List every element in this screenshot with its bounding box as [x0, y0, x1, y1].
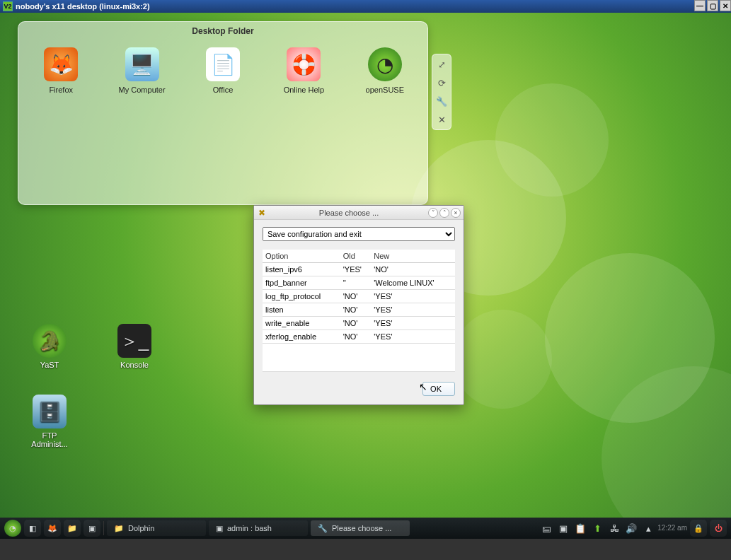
yast-icon: 🐊 [33, 324, 67, 358]
launcher-terminal[interactable]: ▣ [84, 520, 100, 537]
wrench-icon: ✖ [257, 208, 267, 218]
tray-device-icon[interactable]: 🖴 [540, 522, 553, 535]
task-label: admin : bash [227, 524, 272, 532]
table-row[interactable]: log_ftp_protocol'NO''YES' [263, 290, 455, 303]
clock-time: 12:22 am [657, 525, 687, 532]
dialog-min-button[interactable]: ˅ [428, 208, 438, 218]
settings-icon[interactable]: 🔧 [436, 95, 447, 107]
dolphin-icon: 📁 [114, 524, 124, 533]
action-select[interactable]: Save configuration and exit [263, 227, 455, 241]
table-row[interactable]: ftpd_banner'''Welcome LINUX' [263, 276, 455, 290]
ok-label: OK [430, 385, 442, 393]
vnc-title: nobody's x11 desktop (linux-mi3x:2) [16, 2, 150, 11]
tray-update-icon[interactable]: ⬆ [591, 522, 604, 535]
dialog-close-button[interactable]: × [451, 208, 461, 218]
tray-terminal-icon[interactable]: ▣ [557, 522, 570, 535]
icon-label: Online Help [284, 86, 324, 94]
desktop-icon-konsole[interactable]: ＞_ Konsole [110, 324, 159, 369]
office-icon: 📄 [206, 47, 240, 81]
table-row[interactable]: write_enable'NO''YES' [263, 317, 455, 330]
rotate-icon[interactable]: ⟳ [436, 77, 447, 88]
icon-label: Konsole [120, 361, 149, 369]
close-widget-icon[interactable]: ✕ [436, 114, 447, 125]
app-icon-onlinehelp[interactable]: 🛟 Online Help [277, 47, 330, 94]
config-changes-table: Option Old New listen_ipv6'YES''NO' ftpd… [263, 250, 455, 372]
tray-clipboard-icon[interactable]: 📋 [574, 522, 587, 535]
desktop-icon-yast[interactable]: 🐊 YaST [25, 324, 74, 369]
col-new[interactable]: New [371, 250, 455, 263]
system-tray: 🖴 ▣ 📋 ⬆ 🖧 🔊 ▴ [540, 522, 655, 535]
table-row[interactable]: xferlog_enable'NO''YES' [263, 330, 455, 344]
task-please-choose[interactable]: 🔧 Please choose ... [311, 520, 410, 536]
resize-handle-icon[interactable]: ⤢ [436, 59, 447, 70]
kde-desktop[interactable]: Desktop Folder 🦊 Firefox 🖥️ My Computer … [0, 13, 731, 539]
icon-label: Office [213, 86, 234, 94]
col-old[interactable]: Old [340, 250, 372, 263]
dialog-max-button[interactable]: ˄ [439, 208, 449, 218]
icon-label: Firefox [49, 86, 73, 94]
please-choose-dialog: ✖ Please choose ... ˅ ˄ × Save configura… [253, 205, 464, 405]
vnc-maximize-button[interactable]: ▢ [707, 0, 718, 11]
cursor-icon: ↖ [419, 381, 427, 392]
vnc-titlebar: V2 nobody's x11 desktop (linux-mi3x:2) —… [0, 0, 731, 13]
icon-label: FTP Administ... [31, 431, 67, 448]
kickoff-launcher[interactable]: ◔ [4, 520, 21, 537]
table-row[interactable]: listen'NO''YES' [263, 303, 455, 317]
dialog-title: Please choose ... [270, 209, 428, 217]
table-empty-area [263, 344, 455, 372]
vnc-logo-icon: V2 [3, 1, 13, 11]
launcher-dolphin[interactable]: 📁 [64, 520, 81, 537]
app-icon-office[interactable]: 📄 Office [196, 47, 250, 94]
icon-label: openSUSE [366, 86, 404, 94]
app-icon-firefox[interactable]: 🦊 Firefox [34, 47, 88, 94]
opensuse-icon: ◔ [368, 47, 402, 81]
tray-expand-icon[interactable]: ▴ [642, 522, 655, 535]
bokeh-circle [495, 83, 609, 197]
vnc-close-button[interactable]: ✕ [720, 0, 731, 11]
desktop-icon-ftp-admin[interactable]: 🗄️ FTP Administ... [25, 395, 74, 448]
task-label: Please choose ... [332, 524, 391, 532]
icon-label: YaST [40, 361, 59, 369]
kde-panel: ◔ ◧ 🦊 📁 ▣ 📁 Dolphin ▣ admin : bash 🔧 Ple… [0, 518, 731, 539]
ftp-admin-icon: 🗄️ [33, 395, 67, 428]
monitor-icon: 🖥️ [125, 47, 159, 81]
lifesaver-icon: 🛟 [287, 47, 321, 81]
tray-volume-icon[interactable]: 🔊 [625, 522, 638, 535]
icon-label: My Computer [119, 86, 166, 94]
lock-button[interactable]: 🔒 [690, 520, 707, 537]
firefox-icon: 🦊 [44, 47, 78, 81]
shutdown-button[interactable]: ⏻ [710, 520, 727, 537]
table-row[interactable]: listen_ipv6'YES''NO' [263, 263, 455, 276]
bokeh-circle [453, 310, 552, 409]
wrench-icon: 🔧 [318, 524, 328, 533]
terminal-icon: ▣ [216, 524, 223, 533]
panel-separator [103, 521, 104, 535]
desktop-folder-title: Desktop Folder [18, 22, 427, 40]
app-icon-opensuse[interactable]: ◔ openSUSE [358, 47, 412, 94]
activity-switcher[interactable]: ◧ [24, 520, 41, 537]
task-label: Dolphin [128, 524, 154, 532]
desktop-folder-widget: Desktop Folder 🦊 Firefox 🖥️ My Computer … [18, 21, 428, 205]
col-option[interactable]: Option [263, 250, 340, 263]
launcher-firefox[interactable]: 🦊 [44, 520, 61, 537]
terminal-icon: ＞_ [117, 324, 151, 358]
task-terminal[interactable]: ▣ admin : bash [209, 520, 308, 536]
tray-network-icon[interactable]: 🖧 [608, 522, 621, 535]
vnc-minimize-button[interactable]: — [694, 0, 706, 11]
plasmoid-toolbar: ⤢ ⟳ 🔧 ✕ [432, 54, 451, 130]
app-icon-mycomputer[interactable]: 🖥️ My Computer [115, 47, 168, 94]
task-dolphin[interactable]: 📁 Dolphin [107, 520, 206, 536]
panel-clock[interactable]: 12:22 am [657, 525, 687, 532]
dialog-titlebar[interactable]: ✖ Please choose ... ˅ ˄ × [254, 206, 464, 220]
ok-button[interactable]: ↖ OK [422, 382, 455, 396]
